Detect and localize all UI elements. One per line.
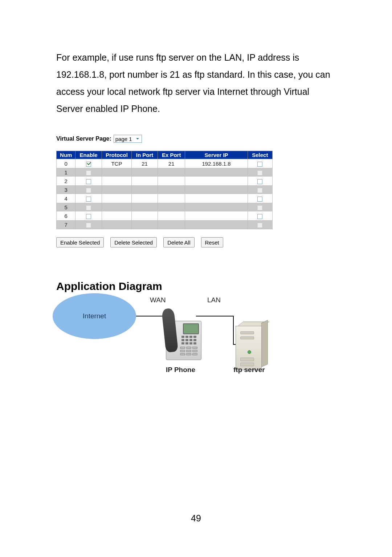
- enable-checkbox[interactable]: [86, 223, 91, 228]
- cell-server-ip: [185, 220, 248, 229]
- cell-server-ip: [185, 203, 248, 211]
- enable-selected-button[interactable]: Enable Selected: [56, 237, 104, 247]
- cell-protocol: [102, 203, 131, 211]
- th-server-ip: Server IP: [185, 151, 248, 159]
- cell-server-ip: [185, 177, 248, 185]
- wan-label: WAN: [150, 296, 166, 304]
- cell-enable: [75, 194, 102, 203]
- virtual-server-table: Num Enable Protocol In Port Ex Port Serv…: [56, 151, 273, 229]
- application-diagram: Internet WAN LAN: [56, 293, 281, 388]
- cell-server-ip: [185, 185, 248, 194]
- page-select[interactable]: page 1: [114, 135, 142, 143]
- cell-ex-port: [158, 211, 185, 220]
- cell-server-ip: [185, 168, 248, 177]
- cell-num: 3: [57, 185, 75, 194]
- lan-line: [196, 316, 233, 316]
- cell-num: 5: [57, 203, 75, 211]
- lan-label: LAN: [207, 296, 221, 304]
- th-protocol: Protocol: [102, 151, 131, 159]
- cell-ex-port: [158, 185, 185, 194]
- cell-in-port: [132, 194, 158, 203]
- ip-phone-label: IP Phone: [166, 366, 195, 374]
- enable-checkbox[interactable]: [86, 197, 91, 202]
- cell-server-ip: [185, 211, 248, 220]
- enable-checkbox[interactable]: [86, 205, 91, 210]
- cell-ex-port: [158, 220, 185, 229]
- page-number: 49: [0, 513, 392, 524]
- table-row: 1: [57, 168, 273, 177]
- cell-enable: [75, 185, 102, 194]
- select-checkbox[interactable]: [257, 188, 262, 193]
- cell-ex-port: [158, 194, 185, 203]
- delete-selected-button[interactable]: Delete Selected: [110, 237, 157, 247]
- reset-button[interactable]: Reset: [201, 237, 223, 247]
- th-enable: Enable: [75, 151, 102, 159]
- table-row: 3: [57, 185, 273, 194]
- enable-checkbox[interactable]: [86, 170, 91, 175]
- cell-select: [248, 185, 272, 194]
- cell-ex-port: [158, 203, 185, 211]
- cell-in-port: [132, 168, 158, 177]
- cell-num: 4: [57, 194, 75, 203]
- cell-num: 2: [57, 177, 75, 185]
- table-row: 6: [57, 211, 273, 220]
- cell-select: [248, 211, 272, 220]
- ftp-server-label: ftp server: [233, 366, 265, 374]
- table-row: 7: [57, 220, 273, 229]
- enable-checkbox[interactable]: [86, 214, 91, 219]
- cell-enable: [75, 203, 102, 211]
- virtual-server-screenshot: Virtual Server Page: page 1 Num Enable P…: [56, 135, 336, 247]
- cell-enable: [75, 168, 102, 177]
- cell-protocol: [102, 194, 131, 203]
- cell-in-port: [132, 185, 158, 194]
- table-row: 5: [57, 203, 273, 211]
- select-checkbox[interactable]: [257, 170, 262, 175]
- cell-ex-port: 21: [158, 159, 185, 168]
- cell-enable: [75, 177, 102, 185]
- cell-num: 0: [57, 159, 75, 168]
- cell-enable: [75, 159, 102, 168]
- select-checkbox[interactable]: [257, 162, 262, 167]
- cell-protocol: [102, 211, 131, 220]
- cell-protocol: [102, 185, 131, 194]
- internet-label: Internet: [83, 312, 106, 320]
- cell-select: [248, 194, 272, 203]
- th-ex-port: Ex Port: [158, 151, 185, 159]
- cell-num: 6: [57, 211, 75, 220]
- table-row: 0TCP2121192.168.1.8: [57, 159, 273, 168]
- page-select-value: page 1: [115, 136, 132, 142]
- cell-server-ip: 192.168.1.8: [185, 159, 248, 168]
- cell-select: [248, 203, 272, 211]
- cell-protocol: TCP: [102, 159, 131, 168]
- cell-protocol: [102, 168, 131, 177]
- chevron-down-icon: [135, 136, 140, 141]
- table-row: 4: [57, 194, 273, 203]
- cell-in-port: [132, 203, 158, 211]
- select-checkbox[interactable]: [257, 223, 262, 228]
- enable-checkbox[interactable]: [86, 162, 91, 167]
- select-checkbox[interactable]: [257, 197, 262, 202]
- select-checkbox[interactable]: [257, 214, 262, 219]
- th-in-port: In Port: [132, 151, 158, 159]
- cell-protocol: [102, 220, 131, 229]
- enable-checkbox[interactable]: [86, 188, 91, 193]
- cell-in-port: 21: [132, 159, 158, 168]
- select-checkbox[interactable]: [257, 205, 262, 210]
- cell-select: [248, 177, 272, 185]
- paragraph-text: For example, if use runs ftp server on t…: [56, 49, 336, 117]
- cell-in-port: [132, 177, 158, 185]
- delete-all-button[interactable]: Delete All: [163, 237, 194, 247]
- cell-ex-port: [158, 168, 185, 177]
- cell-in-port: [132, 211, 158, 220]
- select-checkbox[interactable]: [257, 179, 262, 184]
- cell-enable: [75, 220, 102, 229]
- virtual-server-page-label: Virtual Server Page:: [56, 136, 111, 142]
- th-select: Select: [248, 151, 272, 159]
- cell-enable: [75, 211, 102, 220]
- cell-server-ip: [185, 194, 248, 203]
- application-diagram-heading: Application Diagram: [56, 280, 336, 292]
- cell-select: [248, 168, 272, 177]
- cell-num: 7: [57, 220, 75, 229]
- enable-checkbox[interactable]: [86, 179, 91, 184]
- cell-protocol: [102, 177, 131, 185]
